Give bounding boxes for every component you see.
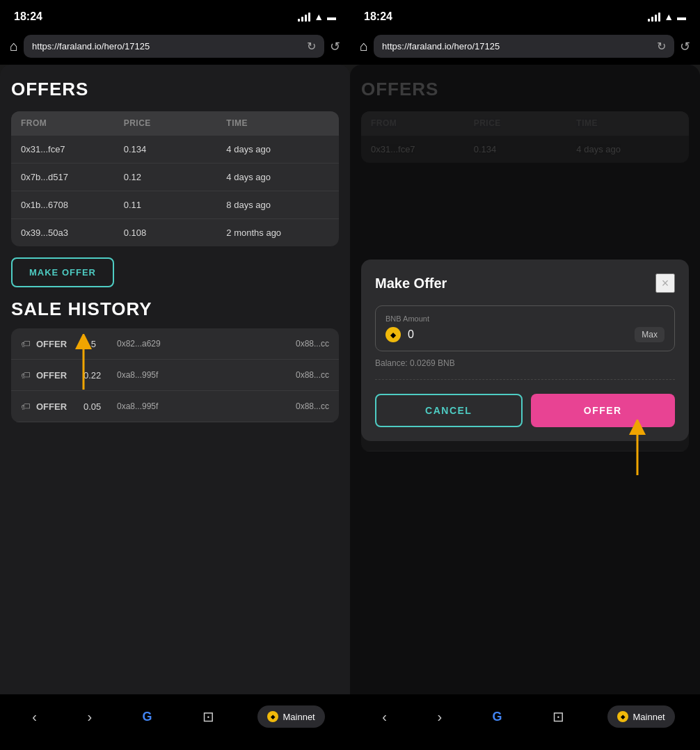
bnb-amount-label: BNB Amount (385, 314, 665, 323)
make-offer-modal: Make Offer × BNB Amount ◆ 0 Max Balance:… (361, 260, 689, 441)
table-row: 0x1b...6708 0.11 8 days ago (11, 191, 339, 218)
bookmark-button[interactable]: ⊡ (196, 701, 221, 732)
left-url-text: https://faraland.io/hero/17125 (32, 41, 150, 51)
table-row: 0x7b...d517 0.12 4 days ago (11, 163, 339, 191)
left-history-icon[interactable]: ↺ (330, 39, 340, 54)
signal-bars-icon (648, 12, 660, 22)
back-button[interactable]: ‹ (375, 702, 394, 732)
right-bottom-nav: ‹ › G ⊡ ◆ Mainnet (350, 694, 700, 750)
mainnet-label: Mainnet (633, 712, 665, 722)
tag-icon: 🏷 (21, 401, 31, 412)
bnb-icon: ◆ (617, 711, 628, 722)
right-home-icon[interactable]: ⌂ (360, 38, 368, 54)
max-button[interactable]: Max (635, 327, 665, 342)
left-status-bar: 18:24 ▲ ▬ (0, 0, 350, 31)
mainnet-button[interactable]: ◆ Mainnet (607, 705, 674, 728)
bookmark-button[interactable]: ⊡ (546, 701, 571, 732)
left-url-bar: ⌂ https://faraland.io/hero/17125 ↻ ↺ (0, 31, 350, 65)
make-offer-button[interactable]: MAKE OFFER (11, 257, 114, 287)
bnb-amount-value[interactable]: 0 (408, 328, 628, 341)
battery-icon: ▬ (327, 12, 336, 22)
left-url-input[interactable]: https://faraland.io/hero/17125 ↻ (24, 35, 324, 58)
bnb-amount-input-group: BNB Amount ◆ 0 Max (375, 305, 675, 351)
wifi-icon: ▲ (314, 11, 324, 22)
list-item: 🏷 OFFER 0.5 0x82...a629 0x88...cc (11, 328, 339, 360)
google-button[interactable]: G (136, 703, 159, 731)
cancel-button[interactable]: CANCEL (375, 394, 523, 427)
left-col-price: PRICE (124, 118, 227, 128)
right-status-icons: ▲ ▬ (648, 11, 686, 22)
left-status-icons: ▲ ▬ (298, 11, 336, 22)
tag-icon: 🏷 (21, 369, 31, 381)
bnb-coin-icon: ◆ (385, 327, 401, 342)
table-row: 0x39...50a3 0.108 2 months ago (11, 218, 339, 246)
right-status-bar: 18:24 ▲ ▬ (350, 0, 700, 31)
right-url-bar: ⌂ https://faraland.io/hero/17125 ↻ ↺ (350, 31, 700, 65)
left-offers-section: OFFERS FROM PRICE TIME 0x31...fce7 0.134… (0, 65, 350, 694)
list-item: 🏷 OFFER 0.05 0xa8...995f 0x88...cc (11, 391, 339, 422)
back-button[interactable]: ‹ (25, 702, 44, 732)
right-content: OFFERS FROM PRICE TIME 0x31...fce7 0.134… (350, 65, 700, 694)
forward-button[interactable]: › (80, 702, 99, 732)
left-status-time: 18:24 (14, 10, 42, 23)
wifi-icon: ▲ (664, 11, 674, 22)
mainnet-button[interactable]: ◆ Mainnet (257, 705, 324, 728)
right-url-text: https://faraland.io/hero/17125 (382, 41, 500, 51)
forward-button[interactable]: › (430, 702, 449, 732)
right-url-input[interactable]: https://faraland.io/hero/17125 ↻ (374, 35, 674, 58)
offer-button[interactable]: OFFER (531, 394, 676, 427)
list-item: 🏷 OFFER 0.22 0xa8...995f 0x88...cc (11, 360, 339, 391)
signal-bars-icon (298, 12, 310, 22)
left-sale-history-table: 🏷 OFFER 0.5 0x82...a629 0x88...cc 🏷 OFFE… (11, 328, 339, 422)
balance-text: Balance: 0.0269 BNB (375, 358, 675, 368)
left-phone-panel: 18:24 ▲ ▬ ⌂ https://faraland.io/hero/171… (0, 0, 350, 750)
bnb-icon: ◆ (267, 711, 278, 722)
left-sale-history-title: SALE HISTORY (11, 298, 339, 320)
left-offers-table: FROM PRICE TIME 0x31...fce7 0.134 4 days… (11, 111, 339, 246)
left-col-from: FROM (21, 118, 124, 128)
bnb-input-row: ◆ 0 Max (385, 327, 665, 342)
right-history-icon[interactable]: ↺ (680, 39, 690, 54)
modal-actions: CANCEL OFFER (375, 394, 675, 427)
left-home-icon[interactable]: ⌂ (10, 38, 18, 54)
modal-title: Make Offer (375, 276, 447, 292)
mainnet-label: Mainnet (283, 712, 315, 722)
battery-icon: ▬ (677, 12, 686, 22)
right-refresh-icon[interactable]: ↻ (657, 40, 666, 53)
right-status-time: 18:24 (364, 10, 392, 23)
right-phone-panel: 18:24 ▲ ▬ ⌂ https://faraland.io/hero/171… (350, 0, 700, 750)
left-content: OFFERS FROM PRICE TIME 0x31...fce7 0.134… (0, 65, 350, 694)
google-button[interactable]: G (486, 703, 509, 731)
table-row: 0x31...fce7 0.134 4 days ago (11, 135, 339, 163)
modal-divider (375, 379, 675, 380)
left-table-header: FROM PRICE TIME (11, 111, 339, 135)
tag-icon: 🏷 (21, 338, 31, 349)
modal-header: Make Offer × (375, 273, 675, 293)
left-col-time: TIME (226, 118, 329, 128)
left-refresh-icon[interactable]: ↻ (307, 40, 316, 53)
left-bottom-nav: ‹ › G ⊡ ◆ Mainnet (0, 694, 350, 750)
modal-close-button[interactable]: × (655, 273, 675, 293)
left-offers-title: OFFERS (11, 79, 339, 100)
